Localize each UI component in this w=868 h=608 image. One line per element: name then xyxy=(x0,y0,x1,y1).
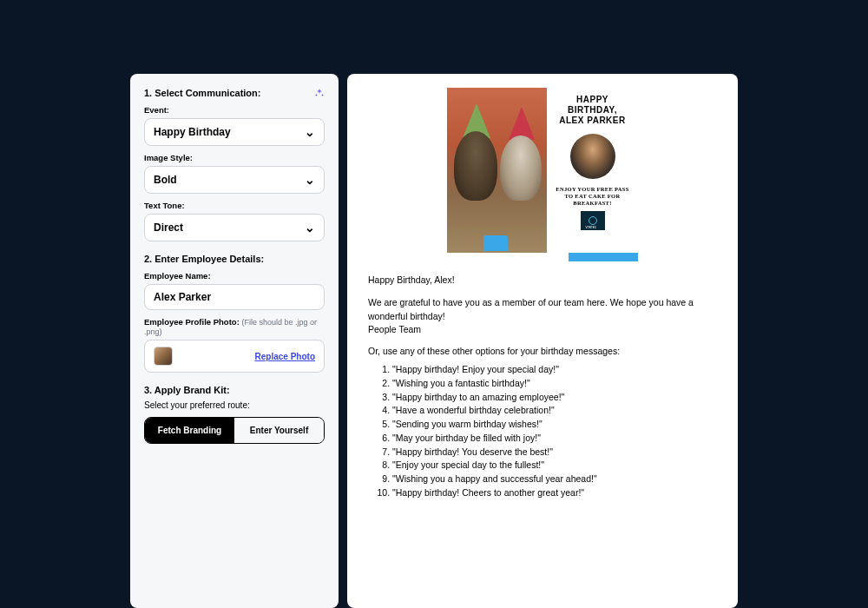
alternative-item: "Wishing you a happy and successful year… xyxy=(392,473,717,486)
birthday-card: HAPPY BIRTHDAY, ALEX PARKER ENJOY YOUR F… xyxy=(447,88,638,261)
employee-name-value: Alex Parker xyxy=(154,291,211,303)
company-logo: VORTEX xyxy=(581,211,605,230)
route-label: Select your preferred route: xyxy=(144,400,325,410)
greeting-text: Happy Birthday, Alex! xyxy=(368,274,717,287)
body-line2: People Team xyxy=(368,324,421,334)
brand-kit-toggle: Fetch Branding Enter Yourself xyxy=(144,417,325,444)
card-message: ENJOY YOUR FREE PASS TO EAT CAKE FOR BRE… xyxy=(552,186,633,206)
dog-image xyxy=(500,135,542,201)
card-text-side: HAPPY BIRTHDAY, ALEX PARKER ENJOY YOUR F… xyxy=(547,88,638,253)
alternative-item: "Wishing you a fantastic birthday!" xyxy=(392,377,717,391)
card-image xyxy=(447,88,547,253)
step2-title: 2. Enter Employee Details: xyxy=(144,254,325,264)
event-value: Happy Birthday xyxy=(154,126,231,138)
card-title-line2: ALEX PARKER xyxy=(559,116,625,125)
photo-input-row: Replace Photo xyxy=(144,340,325,373)
step3-title: 3. Apply Brand Kit: xyxy=(144,385,325,395)
step1-title: 1. Select Communication: xyxy=(144,88,260,98)
alternatives-intro: Or, use any of these other options for y… xyxy=(368,346,717,356)
photo-label-text: Employee Profile Photo: xyxy=(144,317,240,327)
preview-panel: HAPPY BIRTHDAY, ALEX PARKER ENJOY YOUR F… xyxy=(347,74,738,608)
image-style-value: Bold xyxy=(154,174,177,186)
event-label: Event: xyxy=(144,105,325,115)
step1-header: 1. Select Communication: xyxy=(144,88,325,98)
alternative-item: "Happy birthday to an amazing employee!" xyxy=(392,391,717,405)
chevron-down-icon: ⌄ xyxy=(305,173,315,187)
alternatives-list: "Happy birthday! Enjoy your special day!… xyxy=(368,363,717,500)
employee-avatar xyxy=(570,134,615,179)
card-title-line1: HAPPY BIRTHDAY, xyxy=(552,95,633,116)
alternative-item: "Sending you warm birthday wishes!" xyxy=(392,418,717,432)
body-text: We are grateful to have you as a member … xyxy=(368,296,717,337)
app-container: 1. Select Communication: Event: Happy Bi… xyxy=(0,0,868,608)
vortex-logo-icon: VORTEX xyxy=(589,216,597,225)
card-top: HAPPY BIRTHDAY, ALEX PARKER ENJOY YOUR F… xyxy=(447,88,638,253)
form-panel: 1. Select Communication: Event: Happy Bi… xyxy=(130,74,339,608)
fetch-branding-button[interactable]: Fetch Branding xyxy=(145,418,234,443)
text-tone-select[interactable]: Direct ⌄ xyxy=(144,214,325,241)
text-tone-value: Direct xyxy=(154,221,183,234)
card-accent-bar xyxy=(569,253,638,261)
employee-name-label: Employee Name: xyxy=(144,271,325,281)
alternative-item: "Happy birthday! Cheers to another great… xyxy=(392,486,717,500)
image-style-label: Image Style: xyxy=(144,153,325,162)
alternative-item: "May your birthday be filled with joy!" xyxy=(392,432,717,446)
image-style-select[interactable]: Bold ⌄ xyxy=(144,166,325,194)
profile-photo-thumbnail xyxy=(154,347,173,366)
text-tone-label: Text Tone: xyxy=(144,201,325,210)
alternative-item: "Enjoy your special day to the fullest!" xyxy=(392,459,717,473)
alternative-item: "Happy birthday! You deserve the best!" xyxy=(392,446,717,459)
alternative-item: "Happy birthday! Enjoy your special day!… xyxy=(392,363,717,377)
sparkle-icon xyxy=(314,88,325,98)
employee-name-input[interactable]: Alex Parker xyxy=(144,284,325,310)
replace-photo-link[interactable]: Replace Photo xyxy=(255,352,315,361)
chevron-down-icon: ⌄ xyxy=(305,221,315,235)
dog-image xyxy=(454,131,497,201)
photo-label: Employee Profile Photo: (File should be … xyxy=(144,317,325,336)
enter-yourself-button[interactable]: Enter Yourself xyxy=(234,418,324,443)
body-line1: We are grateful to have you as a member … xyxy=(368,297,694,321)
alternative-item: "Have a wonderful birthday celebration!" xyxy=(392,404,717,418)
chevron-down-icon: ⌄ xyxy=(305,125,315,139)
cake-icon xyxy=(483,235,508,251)
event-select[interactable]: Happy Birthday ⌄ xyxy=(144,118,325,146)
